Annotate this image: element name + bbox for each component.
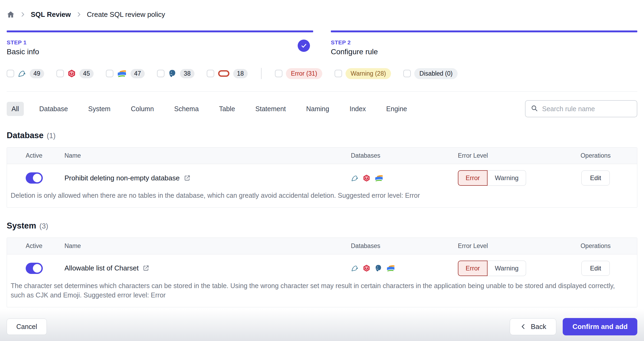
search-input[interactable]: [542, 105, 632, 113]
rule-description: The character set determines which chara…: [7, 280, 637, 307]
search-icon: [531, 104, 538, 113]
rule-active-toggle[interactable]: [26, 263, 43, 274]
engine-filter-checkbox[interactable]: [207, 70, 214, 77]
column-header-operations: Operations: [565, 152, 626, 159]
tab-database[interactable]: Database: [34, 102, 73, 116]
active-cell: [26, 172, 64, 184]
error-level-cell: ErrorWarning: [444, 170, 565, 186]
rule-name-cell: Prohibit deleting non-empty database: [64, 174, 351, 182]
step-2-label: STEP 2: [331, 39, 637, 46]
error-level-segmented-control: ErrorWarning: [458, 261, 565, 276]
engine-filter-checkbox[interactable]: [106, 70, 113, 77]
engine-rule-count: 49: [30, 69, 44, 78]
level-filter-checkbox[interactable]: [403, 70, 411, 77]
category-tabs: AllDatabaseSystemColumnSchemaTableStatem…: [7, 102, 525, 116]
chevron-right-icon: [20, 11, 26, 18]
step-completed-check-icon: [298, 40, 310, 52]
filter-divider: [261, 68, 262, 79]
tab-column[interactable]: Column: [126, 102, 159, 116]
tab-index[interactable]: Index: [345, 102, 371, 116]
edit-button[interactable]: Edit: [581, 170, 610, 185]
step-1[interactable]: STEP 1 Basic info: [7, 30, 313, 56]
mysql-icon: [351, 264, 359, 272]
section-heading-system: System(3): [7, 221, 637, 231]
engine-filter-tidb: 45: [56, 69, 94, 78]
column-header-active: Active: [26, 152, 64, 159]
breadcrumb: SQL Review Create SQL review policy: [7, 0, 637, 20]
level-filter-badge: Warning (28): [346, 68, 391, 79]
column-header-name: Name: [64, 242, 351, 250]
oceanbase-icon: [374, 174, 384, 182]
breadcrumb-sql-review[interactable]: SQL Review: [31, 10, 71, 19]
divider: [7, 91, 637, 92]
cancel-button[interactable]: Cancel: [7, 319, 47, 335]
rule-table-database: ActiveNameDatabasesError LevelOperations…: [7, 147, 637, 208]
step-1-label: STEP 1: [7, 39, 313, 46]
tab-table[interactable]: Table: [214, 102, 240, 116]
column-header-databases: Databases: [351, 242, 444, 250]
mysql-icon: [351, 174, 359, 182]
level-filter-error: Error (31): [275, 68, 322, 79]
level-filter-warning: Warning (28): [335, 68, 391, 79]
level-filter-badge: Disabled (0): [414, 68, 458, 79]
oceanbase-icon: [386, 264, 395, 272]
error-level-button-error[interactable]: Error: [458, 261, 488, 276]
section-heading-database: Database(1): [7, 131, 637, 140]
rule-databases-cell: [351, 264, 444, 272]
operations-cell: Edit: [565, 170, 626, 185]
engine-rule-count: 47: [131, 69, 145, 78]
rule-description: Deletion is only allowed when there are …: [7, 190, 637, 207]
table-header-row: ActiveNameDatabasesError LevelOperations: [7, 148, 637, 164]
footer-right-actions: Back Confirm and add: [510, 318, 637, 335]
rule-name-cell: Allowable list of Charset: [64, 264, 351, 272]
tidb-icon: [67, 69, 76, 78]
tab-naming[interactable]: Naming: [301, 102, 334, 116]
postgresql-icon: [168, 69, 177, 78]
tab-engine[interactable]: Engine: [381, 102, 412, 116]
search-box: [525, 100, 637, 117]
chevron-left-icon: [520, 323, 527, 330]
tab-system[interactable]: System: [83, 102, 115, 116]
oceanbase-icon: [117, 69, 127, 78]
level-filter-checkbox[interactable]: [335, 70, 342, 77]
table-header-row: ActiveNameDatabasesError LevelOperations: [7, 238, 637, 254]
engine-filter-checkbox[interactable]: [56, 70, 64, 77]
confirm-and-add-button[interactable]: Confirm and add: [563, 318, 637, 335]
engine-filter-mysql: 49: [7, 69, 44, 78]
home-icon[interactable]: [7, 10, 15, 18]
error-level-button-warning[interactable]: Warning: [488, 261, 526, 276]
step-2[interactable]: STEP 2 Configure rule: [331, 30, 637, 56]
column-header-name: Name: [64, 152, 351, 159]
tidb-icon: [363, 264, 370, 272]
rule-active-toggle[interactable]: [26, 172, 43, 184]
step-1-progress-bar: [7, 30, 313, 32]
tab-bar: AllDatabaseSystemColumnSchemaTableStatem…: [7, 100, 637, 117]
active-cell: [26, 263, 64, 274]
oracle-icon: [218, 69, 230, 78]
engine-filter-checkbox[interactable]: [157, 70, 164, 77]
tab-all[interactable]: All: [7, 102, 24, 116]
column-header-databases: Databases: [351, 152, 444, 159]
mysql-icon: [18, 69, 26, 78]
back-button[interactable]: Back: [510, 318, 557, 335]
engine-filter-oceanbase: 47: [106, 69, 145, 78]
external-link-icon[interactable]: [142, 265, 150, 272]
tab-schema[interactable]: Schema: [169, 102, 204, 116]
engine-filter-checkbox[interactable]: [7, 70, 14, 77]
tab-statement[interactable]: Statement: [251, 102, 291, 116]
level-filter-checkbox[interactable]: [275, 70, 282, 77]
operations-cell: Edit: [565, 261, 626, 276]
edit-button[interactable]: Edit: [581, 261, 610, 276]
column-header-error-level: Error Level: [444, 152, 565, 159]
breadcrumb-current-page: Create SQL review policy: [87, 10, 165, 19]
external-link-icon[interactable]: [183, 175, 191, 182]
column-header-error-level: Error Level: [444, 242, 565, 250]
engine-rule-count: 18: [233, 69, 248, 78]
error-level-button-error[interactable]: Error: [458, 170, 488, 186]
column-header-operations: Operations: [565, 242, 626, 250]
step-indicator: STEP 1 Basic info STEP 2 Configure rule: [7, 30, 637, 56]
footer-actions: Cancel Back Confirm and add: [7, 318, 637, 335]
error-level-button-warning[interactable]: Warning: [488, 170, 526, 186]
level-filter-disabled: Disabled (0): [403, 68, 458, 79]
section-count: (1): [47, 132, 56, 140]
